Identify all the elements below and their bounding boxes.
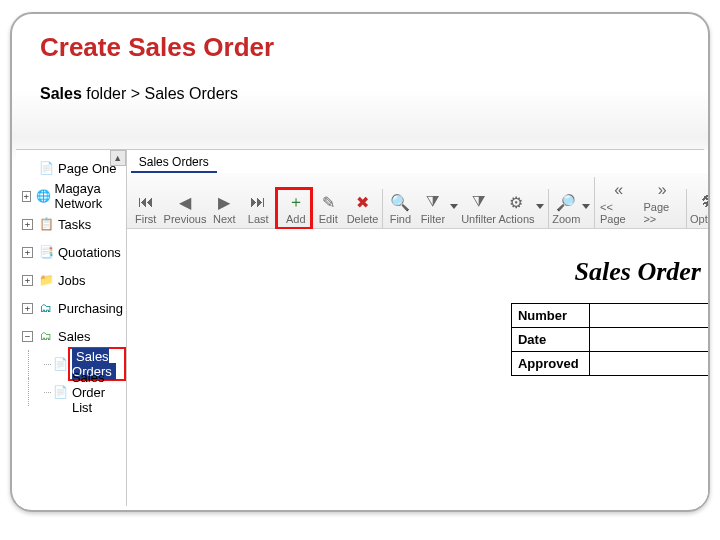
filter-dropdown-icon[interactable]	[450, 204, 458, 209]
breadcrumb: Sales folder > Sales Orders	[12, 63, 708, 111]
field-value	[589, 328, 710, 352]
tree-item-jobs[interactable]: +📁Jobs	[16, 266, 126, 294]
document-preview: Sales Order NumberDateApproved	[127, 229, 710, 506]
options-button[interactable]: 🛠Options	[686, 189, 710, 228]
tree-item-icon: 📄	[53, 384, 68, 400]
tree-item-quotations[interactable]: +📑Quotations	[16, 238, 126, 266]
toolbar-button-label: << Page	[600, 201, 637, 225]
toolbar-button-label: Previous	[164, 213, 207, 225]
breadcrumb-rest: folder > Sales Orders	[82, 85, 238, 102]
tree-expand-icon	[22, 163, 33, 174]
toolbar-button-label: Delete	[347, 213, 379, 225]
delete-icon: ✖	[352, 191, 374, 213]
tree-item-purchasing[interactable]: +🗂Purchasing	[16, 294, 126, 322]
add-button[interactable]: ＋Add	[277, 189, 311, 228]
previous-icon: ◀	[174, 191, 196, 213]
toolbar-button-label: Find	[390, 213, 411, 225]
toolbar-button-label: Zoom	[552, 213, 580, 225]
tab-sales-orders[interactable]: Sales Orders	[131, 152, 217, 173]
last-icon: ⏭	[247, 191, 269, 213]
toolbar-button-label: Edit	[319, 213, 338, 225]
field-label: Date	[511, 328, 589, 352]
page-prev-button[interactable]: «<< Page	[594, 177, 640, 228]
tree-item-label: Tasks	[58, 217, 91, 232]
tree-expand-icon[interactable]: +	[22, 275, 33, 286]
field-label: Number	[511, 304, 589, 328]
page-prev-icon: «	[608, 179, 630, 201]
actions-icon: ⚙	[505, 191, 527, 213]
actions-button[interactable]: ⚙Actions	[497, 189, 535, 228]
filter-icon: ⧩	[422, 191, 444, 213]
field-row-date: Date	[511, 328, 710, 352]
toolbar-button-label: Actions	[498, 213, 534, 225]
last-button[interactable]: ⏭Last	[241, 189, 275, 228]
tree-item-label: Quotations	[58, 245, 121, 260]
toolbar-button-label: Options	[690, 213, 710, 225]
toolbar-button-label: Page >>	[643, 201, 680, 225]
next-icon: ▶	[213, 191, 235, 213]
document-title: Sales Order	[575, 257, 701, 287]
options-icon: 🛠	[698, 191, 710, 213]
tree-item-label: Sales	[58, 329, 91, 344]
tree-item-label: Magaya Network	[55, 181, 126, 211]
tree-item-label: Sales Order List	[72, 370, 126, 415]
page-next-button[interactable]: »Page >>	[640, 177, 683, 228]
document-field-table: NumberDateApproved	[511, 303, 710, 376]
zoom-button[interactable]: 🔎Zoom	[548, 189, 582, 228]
toolbar-button-label: Unfilter	[461, 213, 496, 225]
tree-item-icon: 🌐	[36, 188, 51, 204]
tree-expand-icon[interactable]: +	[22, 191, 31, 202]
tree-item-icon: 📄	[53, 356, 68, 372]
tree-item-icon: 📁	[38, 272, 54, 288]
breadcrumb-bold: Sales	[40, 85, 82, 102]
tree-item-sales-order-list[interactable]: 📄Sales Order List	[16, 378, 126, 406]
add-icon: ＋	[285, 191, 307, 213]
tree-expand-icon[interactable]: −	[22, 331, 33, 342]
field-row-number: Number	[511, 304, 710, 328]
tree-item-icon: 📑	[38, 244, 54, 260]
next-button[interactable]: ▶Next	[207, 189, 241, 228]
edit-button[interactable]: ✎Edit	[311, 189, 345, 228]
tree-expand-icon[interactable]: +	[22, 219, 33, 230]
toolbar-button-label: First	[135, 213, 156, 225]
tree-item-sales[interactable]: −🗂Sales	[16, 322, 126, 350]
zoom-icon: 🔎	[555, 191, 577, 213]
filter-button[interactable]: ⧩Filter	[416, 189, 450, 228]
tree-expand-icon[interactable]: +	[22, 303, 33, 314]
tree-item-tasks[interactable]: +📋Tasks	[16, 210, 126, 238]
tree-item-label: Jobs	[58, 273, 85, 288]
unfilter-icon: ⧩	[468, 191, 490, 213]
field-row-approved: Approved	[511, 352, 710, 376]
tree-expand-icon[interactable]: +	[22, 247, 33, 258]
edit-icon: ✎	[317, 191, 339, 213]
delete-button[interactable]: ✖Delete	[345, 189, 380, 228]
first-button[interactable]: ⏮First	[129, 189, 163, 228]
tree-item-icon: 📋	[38, 216, 54, 232]
tree-item-magaya-network[interactable]: +🌐Magaya Network	[16, 182, 126, 210]
field-value	[589, 304, 710, 328]
first-icon: ⏮	[135, 191, 157, 213]
tree-item-page-one[interactable]: 📄Page One	[16, 154, 126, 182]
toolbar-button-label: Last	[248, 213, 269, 225]
tree-item-label: Page One	[58, 161, 117, 176]
field-value	[589, 352, 710, 376]
tree-item-icon: 🗂	[38, 328, 54, 344]
previous-button[interactable]: ◀Previous	[163, 189, 208, 228]
find-icon: 🔍	[389, 191, 411, 213]
nav-tree: ▲ 📄Page One+🌐Magaya Network+📋Tasks+📑Quot…	[16, 150, 127, 506]
zoom-dropdown-icon[interactable]	[582, 204, 590, 209]
toolbar-button-label: Next	[213, 213, 236, 225]
toolbar-button-label: Filter	[421, 213, 445, 225]
toolbar-button-label: Add	[286, 213, 306, 225]
find-button[interactable]: 🔍Find	[382, 189, 416, 228]
tree-item-icon: 📄	[38, 160, 54, 176]
tree-item-label: Purchasing	[58, 301, 123, 316]
slide-title: Create Sales Order	[12, 14, 708, 63]
unfilter-button[interactable]: ⧩Unfilter	[460, 189, 497, 228]
actions-dropdown-icon[interactable]	[536, 204, 544, 209]
page-next-icon: »	[651, 179, 673, 201]
field-label: Approved	[511, 352, 589, 376]
toolbar: ⏮First◀Previous▶Next⏭Last＋Add✎Edit✖Delet…	[127, 173, 710, 229]
tree-item-icon: 🗂	[38, 300, 54, 316]
